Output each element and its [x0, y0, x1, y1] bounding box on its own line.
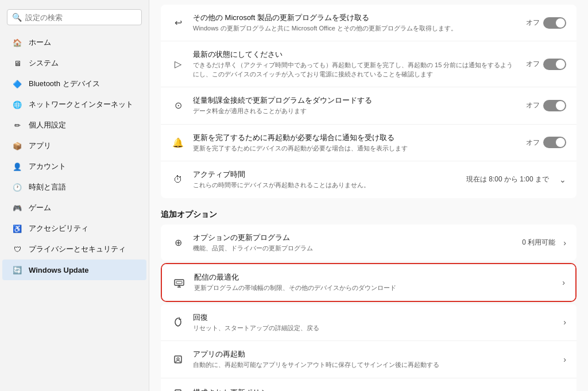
- latest-state-desc: できるだけ早く（アクティブ時間中であっても）再起動して更新を完了し、再起動の 1…: [193, 61, 518, 79]
- optional-updates-desc: 機能、品質、ドライバーの更新プログラム: [193, 244, 514, 253]
- microsoft-products-toggle-label: オフ: [526, 18, 540, 28]
- sidebar-label-apps: アプリ: [29, 141, 51, 151]
- restart-notify-row: 🔔更新を完了するために再起動が必要な場合に通知を受け取る更新を完了するためにデバ…: [161, 125, 577, 161]
- microsoft-products-toggle-area: オフ: [526, 17, 566, 29]
- restart-notify-title: 更新を完了するために再起動が必要な場合に通知を受け取る: [193, 133, 518, 143]
- microsoft-products-title: その他の Microsoft 製品の更新プログラムを受け取る: [193, 13, 518, 23]
- sidebar-label-system: システム: [29, 58, 59, 68]
- sidebar-label-home: ホーム: [29, 37, 51, 48]
- sidebar-item-gaming[interactable]: 🎮ゲーム: [2, 198, 146, 218]
- sidebar-item-accessibility[interactable]: ♿アクセシビリティ: [2, 218, 146, 239]
- latest-state-row: ▷最新の状態にしてくださいできるだけ早く（アクティブ時間中であっても）再起動して…: [161, 41, 577, 87]
- recovery-chevron: ›: [563, 318, 566, 327]
- sidebar: 🔍 🏠ホーム🖥システム🔷Bluetooth とデバイス🌐ネットワークとインターネ…: [0, 0, 149, 391]
- recovery-icon: [171, 315, 185, 329]
- sidebar-item-windows-update[interactable]: 🔄Windows Update: [2, 260, 146, 280]
- metered-connection-row: ⊙従量制課金接続で更新プログラムをダウンロードするデータ料金が適用されることがあ…: [161, 87, 577, 124]
- app-restart-chevron: ›: [563, 355, 566, 364]
- svg-rect-0: [175, 280, 184, 285]
- app-restart-row[interactable]: アプリの再起動 自動的に、再起動可能なアプリをサインアウト時に保存してサインイン…: [161, 341, 577, 378]
- sidebar-item-home[interactable]: 🏠ホーム: [2, 32, 146, 53]
- accessibility-sidebar-icon: ♿: [11, 223, 23, 234]
- sidebar-item-apps[interactable]: 📦アプリ: [2, 136, 146, 156]
- top-settings-section: ↩その他の Microsoft 製品の更新プログラムを受け取るWindows の…: [161, 5, 577, 198]
- restart-notify-toggle-area: オフ: [526, 137, 566, 148]
- optional-updates-text: オプションの更新プログラム 機能、品質、ドライバーの更新プログラム: [193, 233, 514, 253]
- delivery-optimization-icon: [172, 276, 186, 289]
- sidebar-label-accounts: アカウント: [29, 161, 66, 172]
- recovery-row[interactable]: 回復 リセット、スタートアップの詳細設定、戻る ›: [161, 304, 577, 341]
- sidebar-item-network[interactable]: 🌐ネットワークとインターネット: [2, 94, 146, 115]
- sidebar-item-privacy[interactable]: 🛡プライバシーとセキュリティ: [2, 239, 146, 260]
- sidebar-label-bluetooth: Bluetooth とデバイス: [29, 79, 100, 89]
- metered-connection-title: 従量制課金接続で更新プログラムをダウンロードする: [193, 95, 518, 106]
- latest-state-title: 最新の状態にしてください: [193, 49, 518, 60]
- restart-notify-desc: 更新を完了するためにデバイスの再起動が必要な場合は、通知を表示します: [193, 144, 518, 153]
- microsoft-products-toggle[interactable]: [543, 17, 566, 29]
- latest-state-icon: ▷: [171, 57, 185, 71]
- active-time-title: アクティブ時間: [193, 169, 458, 180]
- sidebar-label-accessibility: アクセシビリティ: [29, 223, 88, 234]
- sidebar-item-time[interactable]: 🕐時刻と言語: [2, 177, 146, 198]
- metered-connection-toggle-area: オフ: [526, 100, 566, 111]
- privacy-sidebar-icon: 🛡: [11, 243, 23, 255]
- active-time-row[interactable]: ⏱アクティブ時間これらの時間帯にデバイスが再起動されることはありません。現在は …: [161, 161, 577, 198]
- update-policy-icon: [171, 386, 185, 391]
- active-time-desc: これらの時間帯にデバイスが再起動されることはありません。: [193, 181, 458, 189]
- top-rows: ↩その他の Microsoft 製品の更新プログラムを受け取るWindows の…: [161, 5, 577, 198]
- delivery-optimization-title: 配信の最適化: [194, 272, 554, 282]
- personalize-sidebar-icon: ✏: [11, 119, 23, 131]
- delivery-optimization-row[interactable]: 配信の最適化 更新プログラムの帯域幅の制限、その他のデバイスからのダウンロード …: [162, 264, 575, 300]
- search-icon: 🔍: [12, 13, 22, 22]
- delivery-optimization-text: 配信の最適化 更新プログラムの帯域幅の制限、その他のデバイスからのダウンロード: [194, 272, 554, 292]
- svg-point-6: [177, 358, 179, 360]
- app-restart-desc: 自動的に、再起動可能なアプリをサインアウト時に保存してサインイン後に再起動する: [193, 361, 555, 369]
- active-time-value: 現在は 8:00 から 1:00 まで: [466, 175, 549, 184]
- time-sidebar-icon: 🕐: [11, 181, 23, 193]
- bluetooth-sidebar-icon: 🔷: [11, 78, 23, 90]
- sidebar-label-gaming: ゲーム: [29, 203, 51, 213]
- metered-connection-toggle[interactable]: [543, 100, 566, 111]
- sidebar-item-accounts[interactable]: 👤アカウント: [2, 156, 146, 177]
- sidebar-item-bluetooth[interactable]: 🔷Bluetooth とデバイス: [2, 73, 146, 94]
- search-input[interactable]: [25, 13, 137, 22]
- sidebar-label-network: ネットワークとインターネット: [29, 99, 133, 110]
- system-sidebar-icon: 🖥: [11, 57, 23, 69]
- restart-notify-toggle-label: オフ: [526, 138, 540, 148]
- microsoft-products-desc: Windows の更新プログラムと共に Microsoft Office とその…: [193, 24, 518, 33]
- sidebar-items: 🏠ホーム🖥システム🔷Bluetooth とデバイス🌐ネットワークとインターネット…: [0, 32, 149, 280]
- update-policy-row[interactable]: 構成された更新ポリシー ›: [161, 378, 577, 391]
- microsoft-products-text: その他の Microsoft 製品の更新プログラムを受け取るWindows の更…: [193, 13, 518, 33]
- sidebar-label-time: 時刻と言語: [29, 182, 66, 192]
- search-box[interactable]: 🔍: [7, 9, 142, 25]
- metered-connection-icon: ⊙: [171, 99, 185, 113]
- home-sidebar-icon: 🏠: [11, 37, 23, 48]
- delivery-optimization-chevron: ›: [562, 278, 565, 287]
- optional-updates-section: ⊕ オプションの更新プログラム 機能、品質、ドライバーの更新プログラム 0 利用…: [161, 224, 577, 261]
- accounts-sidebar-icon: 👤: [11, 161, 23, 172]
- sidebar-item-system[interactable]: 🖥システム: [2, 53, 146, 73]
- delivery-optimization-highlighted: 配信の最適化 更新プログラムの帯域幅の制限、その他のデバイスからのダウンロード …: [161, 263, 577, 301]
- restart-notify-text: 更新を完了するために再起動が必要な場合に通知を受け取る更新を完了するためにデバイ…: [193, 133, 518, 153]
- apps-sidebar-icon: 📦: [11, 140, 23, 152]
- sidebar-label-windows-update: Windows Update: [29, 266, 89, 274]
- restart-notify-toggle[interactable]: [543, 137, 566, 148]
- active-time-icon: ⏱: [171, 173, 185, 187]
- optional-updates-badge: 0 利用可能: [522, 238, 555, 247]
- gaming-sidebar-icon: 🎮: [11, 202, 23, 214]
- app-restart-title: アプリの再起動: [193, 349, 555, 359]
- latest-state-text: 最新の状態にしてくださいできるだけ早く（アクティブ時間中であっても）再起動して更…: [193, 49, 518, 79]
- active-time-chevron[interactable]: ⌄: [559, 175, 566, 184]
- sidebar-item-personalize[interactable]: ✏個人用設定: [2, 115, 146, 136]
- network-sidebar-icon: 🌐: [11, 99, 23, 110]
- latest-state-toggle[interactable]: [543, 59, 566, 70]
- sidebar-label-personalize: 個人用設定: [29, 120, 66, 130]
- microsoft-products-row: ↩その他の Microsoft 製品の更新プログラムを受け取るWindows の…: [161, 5, 577, 41]
- metered-connection-desc: データ料金が適用されることがあります: [193, 107, 518, 115]
- svg-rect-1: [176, 281, 182, 284]
- restart-notify-icon: 🔔: [171, 136, 185, 149]
- optional-updates-row[interactable]: ⊕ オプションの更新プログラム 機能、品質、ドライバーの更新プログラム 0 利用…: [161, 224, 577, 261]
- update-policy-text: 構成された更新ポリシー: [193, 388, 555, 391]
- optional-updates-icon: ⊕: [171, 236, 185, 250]
- optional-updates-title: オプションの更新プログラム: [193, 233, 514, 243]
